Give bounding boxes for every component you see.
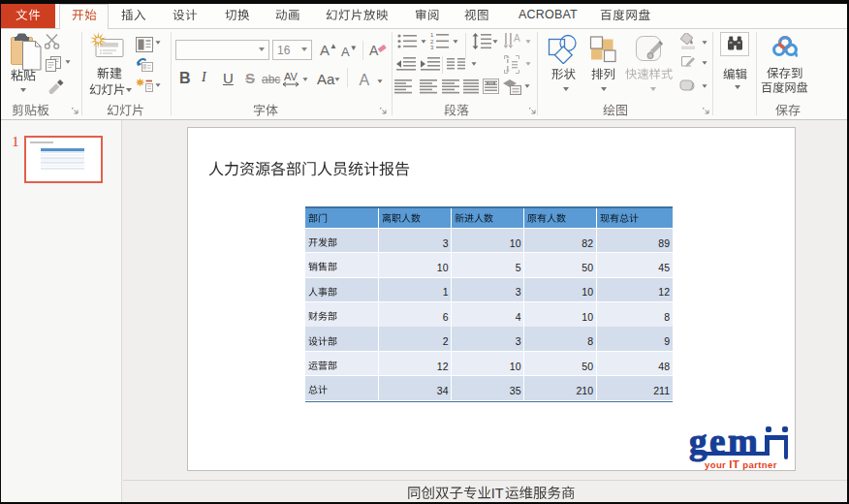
svg-text:A: A [514, 33, 520, 44]
svg-text:3: 3 [430, 45, 434, 50]
svg-text:1: 1 [430, 32, 434, 38]
